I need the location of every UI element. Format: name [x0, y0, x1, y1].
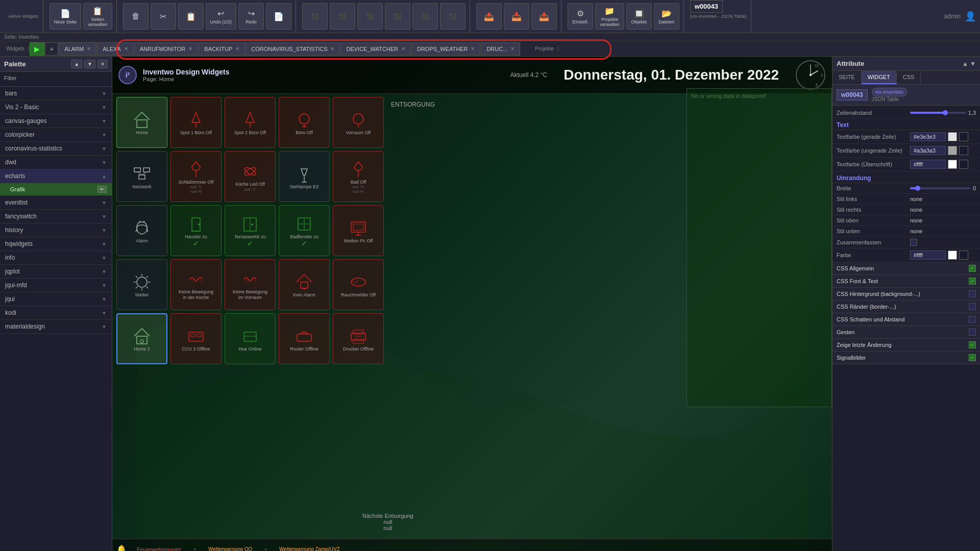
collapsible-zeige-letzte[interactable]: Zeige letzte Änderung ✓	[832, 339, 980, 352]
align-btn1[interactable]: ⬛	[302, 3, 328, 30]
tab-anrufmonitor-close[interactable]: ✕	[188, 46, 192, 52]
attr-input-textfarbe-gerade[interactable]	[910, 132, 946, 141]
tile-medion[interactable]: Medion Pc Off	[333, 205, 384, 256]
attr-color-picker-ueberschrift[interactable]	[959, 160, 968, 169]
palette-item-history[interactable]: history ▼	[0, 223, 112, 237]
collapsible-css-hintergrund[interactable]: CSS Hintergrund (background-...)	[832, 288, 980, 300]
tab-widget[interactable]: WIDGET	[862, 71, 897, 84]
tile-bad[interactable]: Bad Off null °Cnull %	[333, 151, 384, 202]
gesten-check[interactable]	[969, 329, 976, 336]
tab-drops-weather-close[interactable]: ✕	[471, 46, 475, 52]
tile-alarm[interactable]: Alarm	[116, 205, 167, 256]
export-button[interactable]: 📤	[476, 3, 502, 30]
redo-button[interactable]: ↪ Redo	[238, 3, 264, 30]
tab-coronavirus-close[interactable]: ✕	[330, 46, 334, 52]
zeige-letzte-check[interactable]: ✓	[969, 341, 976, 348]
einstell-button[interactable]: ⚙ Einstell.	[568, 3, 593, 30]
tab-backitup[interactable]: BACKITUP ✕	[199, 42, 245, 56]
tab-alarm-close[interactable]: ✕	[87, 46, 91, 52]
attr-color-textfarbe-gerade[interactable]	[948, 132, 957, 141]
palette-item-fancyswitch[interactable]: fancyswitch ▼	[0, 210, 112, 223]
palette-item-materialdesign[interactable]: materialdesign ▼	[0, 320, 112, 334]
collapsible-css-font[interactable]: CSS Font & Text ✓	[832, 275, 980, 288]
palette-item-canvas-gauges[interactable]: canvas-gauges ▼	[0, 114, 112, 128]
attr-color-textfarbe-ueberschrift[interactable]	[948, 160, 957, 169]
attr-input-textfarbe-ungerade[interactable]	[910, 146, 946, 155]
copy-button[interactable]: 📋	[178, 3, 204, 30]
palette-item-coronavirus[interactable]: coronavirus-statistics ▼	[0, 142, 112, 156]
tab-add-button[interactable]: +	[45, 42, 58, 56]
attr-input-farbe[interactable]	[910, 251, 946, 260]
attr-color-picker-ungerade[interactable]	[959, 146, 968, 155]
cut-button[interactable]: ✂	[151, 3, 176, 30]
tile-schlafzimmer[interactable]: Schlafzimmer Off null °Cnull %	[170, 151, 222, 202]
collapsible-gesten[interactable]: Gesten	[832, 326, 980, 339]
edit-icon[interactable]: ✏	[97, 186, 107, 193]
tile-stehlampe[interactable]: Stehlampe EZ	[279, 151, 330, 202]
seiten-verwalten-button[interactable]: 📋 Seitenverwalten	[83, 3, 112, 30]
tile-drucker[interactable]: Drucker Offline	[333, 313, 384, 364]
tab-anrufmonitor[interactable]: ANRUFMONITOR ✕	[134, 42, 199, 56]
tab-css[interactable]: CSS	[897, 71, 921, 84]
align-btn6[interactable]: ⬛	[440, 3, 465, 30]
css-allgemein-check[interactable]: ✓	[969, 265, 976, 272]
attr-down-button[interactable]: ▼	[970, 60, 976, 67]
tile-kein-alarm[interactable]: Kein Alarm	[279, 259, 330, 310]
collapsible-signalbilder[interactable]: Signalbilder ✓	[832, 352, 980, 364]
attr-up-button[interactable]: ▲	[962, 60, 968, 67]
palette-item-jqui-mfd[interactable]: jqui-mfd ▼	[0, 279, 112, 292]
tab-alarm[interactable]: ALARM ✕	[59, 42, 96, 56]
tile-ccu3[interactable]: CCU 3 Offline	[170, 313, 222, 364]
palette-subitem-grafik[interactable]: Grafik ✏	[0, 183, 112, 196]
collapsible-css-raender[interactable]: CSS Ränder (border-...)	[832, 300, 980, 313]
tab-seite[interactable]: SEITE	[832, 71, 862, 84]
dateien-button[interactable]: 📂 Dateien	[654, 3, 679, 30]
new-page-button[interactable]: 📄 Neue Seite	[50, 3, 82, 30]
tile-spot1[interactable]: Spot 1 Büro Off	[170, 97, 222, 148]
attr-color-picker-gerade[interactable]	[959, 132, 968, 141]
tile-badfenster[interactable]: Badfenster zu ✓	[279, 205, 330, 256]
palette-item-kodi[interactable]: kodi ▼	[0, 306, 112, 320]
tab-drops-weather[interactable]: DROPS_WEATHER ✕	[411, 42, 480, 56]
css-font-check[interactable]: ✓	[969, 278, 976, 285]
attr-slider-zeilenabstand[interactable]	[910, 112, 966, 114]
css-hintergrund-check[interactable]	[969, 290, 976, 297]
tile-haustur[interactable]: Haustür zu ✓	[170, 205, 222, 256]
tile-wetter[interactable]: Wetter	[116, 259, 167, 310]
tab-device-watcher-close[interactable]: ✕	[401, 46, 405, 52]
tile-vorraum[interactable]: Vorraum Off	[333, 97, 384, 148]
align-btn4[interactable]: ⬛	[385, 3, 410, 30]
projekte-button[interactable]: 📁 Projekteverwalten	[595, 3, 624, 30]
attr-color-textfarbe-ungerade[interactable]	[948, 146, 957, 155]
tile-buero[interactable]: Büro Off	[279, 97, 330, 148]
attr-color-picker-farbe[interactable]	[959, 251, 968, 260]
align-btn2[interactable]: ⬛	[330, 3, 355, 30]
tab-druc-close[interactable]: ✕	[510, 46, 514, 52]
export2-button[interactable]: 📤	[531, 3, 557, 30]
tile-netzwerk[interactable]: Netzwerk	[116, 151, 167, 202]
palette-up-button[interactable]: ▲	[71, 60, 82, 68]
undo-button[interactable]: ↩ Undo (2/2)	[206, 3, 237, 30]
tab-alexa-close[interactable]: ✕	[124, 46, 128, 52]
attr-slider-breite[interactable]	[910, 187, 971, 189]
collapsible-css-allgemein[interactable]: CSS Allgemein ✓	[832, 262, 980, 275]
copy2-button[interactable]: 📄	[266, 3, 291, 30]
palette-item-bars[interactable]: bars ▼	[0, 87, 112, 101]
palette-item-jqplot[interactable]: jqplot ▼	[0, 265, 112, 279]
tab-play-button[interactable]: ▶	[30, 42, 44, 56]
tile-keine-bewegung-vorraum[interactable]: Keine Bewegungim Vorraum	[225, 259, 276, 310]
tile-hue[interactable]: Hue Online	[225, 313, 276, 364]
tile-home2[interactable]: Home 2	[116, 313, 167, 364]
tab-druc[interactable]: DRUC... ✕	[481, 42, 520, 56]
tile-home[interactable]: Home	[116, 97, 167, 148]
palette-item-dwd[interactable]: dwd ▼	[0, 156, 112, 169]
css-raender-check[interactable]	[969, 303, 976, 310]
signalbilder-check[interactable]: ✓	[969, 354, 976, 361]
palette-close-button[interactable]: ✕	[97, 60, 108, 68]
tab-device-watcher[interactable]: DEVICE_WATCHER ✕	[340, 42, 410, 56]
tile-router[interactable]: Router Offline	[279, 313, 330, 364]
tile-keine-bewegung-kuche[interactable]: Keine Bewegungin der Küche	[170, 259, 222, 310]
user-icon[interactable]: 👤	[965, 11, 976, 22]
attr-checkbox-zusammenfassen[interactable]	[910, 239, 917, 246]
align-btn3[interactable]: ⬛	[357, 3, 383, 30]
